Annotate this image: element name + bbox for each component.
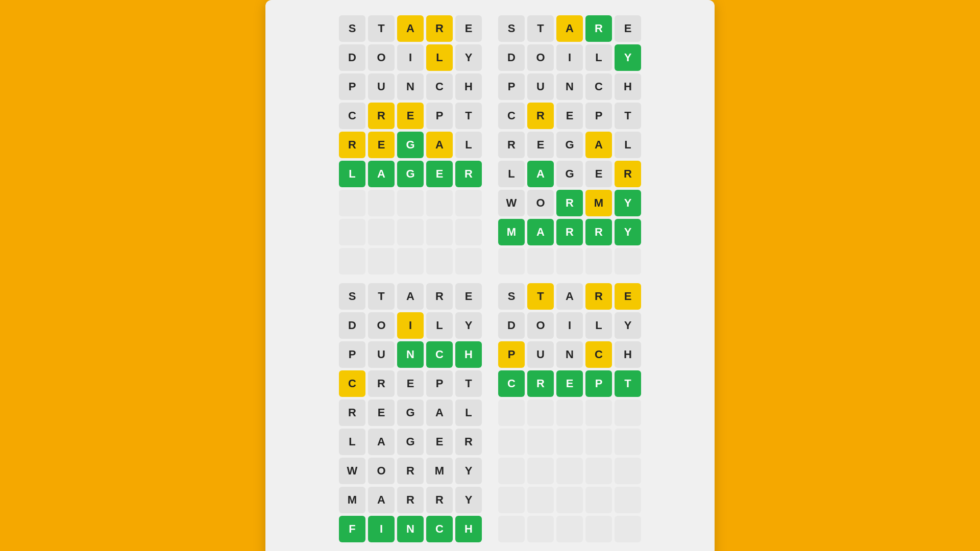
grid-cell: R — [556, 219, 583, 245]
grid-cell: F — [339, 516, 365, 542]
grid-row — [498, 487, 641, 513]
grid-cell: G — [556, 161, 583, 187]
grid-row: CREPT — [339, 103, 482, 129]
grid-cell: L — [426, 44, 453, 71]
grid-cell: P — [585, 370, 612, 397]
grid-cell-empty — [426, 248, 453, 274]
grid-cell: W — [339, 458, 365, 484]
grid-cell: P — [426, 103, 453, 129]
grid-cell: D — [339, 44, 365, 71]
grid-cell: R — [527, 103, 554, 129]
grid-cell: A — [368, 487, 395, 513]
grid-cell: T — [368, 15, 395, 42]
bottom-grids-row: STAREDOILYPUNCHCREPTREGALLAGERWORMYMARRY… — [286, 283, 694, 545]
grid-cell-empty — [527, 458, 554, 484]
grid-cell: C — [339, 370, 365, 397]
grid-cell: T — [455, 370, 482, 397]
grid-cell: R — [339, 399, 365, 426]
grid-cell-empty — [498, 458, 525, 484]
grid-row — [339, 190, 482, 216]
grid-row: REGAL — [498, 132, 641, 158]
grid-cell-empty — [556, 399, 583, 426]
grid-cell: C — [426, 341, 453, 368]
grid-cell: L — [339, 429, 365, 455]
grid-cell: U — [527, 341, 554, 368]
grid-cell: C — [498, 103, 525, 129]
grid-cell: N — [397, 73, 424, 100]
grid-cell: C — [585, 73, 612, 100]
grid-cell: T — [527, 283, 554, 310]
grid-row: CREPT — [498, 370, 641, 397]
grid-cell-empty — [498, 516, 525, 542]
grid-cell-empty — [615, 429, 641, 455]
grid-cell-empty — [339, 219, 365, 245]
grid-cell: R — [585, 283, 612, 310]
grid-row — [498, 429, 641, 455]
grid-cell-empty — [615, 516, 641, 542]
grid-cell: E — [368, 132, 395, 158]
grid-cell: L — [585, 44, 612, 71]
grid-cell-empty — [397, 219, 424, 245]
grid-cell: L — [339, 161, 365, 187]
grid-cell: I — [368, 516, 395, 542]
grid-cell: L — [615, 132, 641, 158]
grid-cell: E — [426, 161, 453, 187]
grid-cell: M — [498, 219, 525, 245]
grid-cell: C — [498, 370, 525, 397]
grid-cell: A — [556, 15, 583, 42]
grid-cell: E — [397, 370, 424, 397]
grid-cell: T — [615, 370, 641, 397]
grid-cell: R — [368, 103, 395, 129]
grid-row — [498, 458, 641, 484]
grid-cell: G — [397, 161, 424, 187]
grid-cell: R — [585, 219, 612, 245]
grid-cell: Y — [455, 487, 482, 513]
grid-cell: N — [397, 341, 424, 368]
grid-row: MARRY — [339, 487, 482, 513]
bottom-right-grid: STAREDOILYPUNCHCREPT — [498, 283, 641, 545]
grid-cell-empty — [527, 429, 554, 455]
grid-cell: S — [498, 283, 525, 310]
grid-row: PUNCH — [498, 341, 641, 368]
grid-cell: E — [556, 103, 583, 129]
grid-cell-empty — [397, 248, 424, 274]
grid-cell: C — [426, 516, 453, 542]
grid-cell: A — [426, 132, 453, 158]
grid-cell: G — [397, 399, 424, 426]
grid-row — [339, 248, 482, 274]
grid-cell-empty — [556, 487, 583, 513]
grid-cell: E — [426, 429, 453, 455]
grid-cell: U — [527, 73, 554, 100]
bottom-left-grid: STAREDOILYPUNCHCREPTREGALLAGERWORMYMARRY… — [339, 283, 482, 545]
grid-cell: H — [615, 73, 641, 100]
top-grids-row: STAREDOILYPUNCHCREPTREGALLAGER STAREDOIL… — [286, 15, 694, 277]
grid-cell: Y — [615, 219, 641, 245]
grid-row: STARE — [339, 15, 482, 42]
grid-cell: I — [397, 312, 424, 339]
grid-cell-empty — [615, 248, 641, 274]
grid-cell-empty — [498, 248, 525, 274]
grid-cell: R — [426, 15, 453, 42]
grid-cell-empty — [527, 399, 554, 426]
grid-cell-empty — [339, 248, 365, 274]
grid-cell: L — [498, 161, 525, 187]
grid-row: DOILY — [498, 44, 641, 71]
grid-cell-empty — [615, 458, 641, 484]
grid-row: DOILY — [498, 312, 641, 339]
grid-cell: G — [397, 132, 424, 158]
top-left-grid: STAREDOILYPUNCHCREPTREGALLAGER — [339, 15, 482, 277]
grid-cell: O — [368, 44, 395, 71]
grid-cell: L — [455, 399, 482, 426]
grid-cell: O — [527, 312, 554, 339]
grid-cell-empty — [556, 458, 583, 484]
grid-cell: A — [556, 283, 583, 310]
grid-cell: A — [527, 161, 554, 187]
grid-cell: T — [527, 15, 554, 42]
grid-cell: S — [498, 15, 525, 42]
grid-row: PUNCH — [339, 73, 482, 100]
grid-row — [498, 516, 641, 542]
grid-cell: A — [527, 219, 554, 245]
grid-cell: N — [556, 341, 583, 368]
grid-cell-empty — [426, 190, 453, 216]
grid-row: LAGER — [339, 429, 482, 455]
